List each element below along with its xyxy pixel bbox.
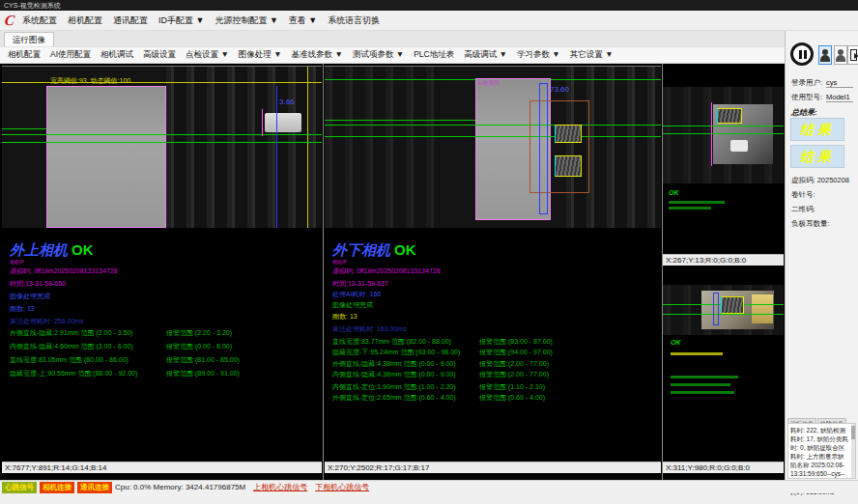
measure-annotation: 3.66: [279, 98, 295, 106]
menu-bar: C 系统配置 相机配置 通讯配置 ID手配置 ▼ 光源控制配置 ▼ 查看 ▼ 系…: [0, 11, 858, 31]
virtual-code: 虚拟码: 0ff1iim20250208133134728: [10, 266, 118, 276]
measurement-value: 直线宽度:83.05mm 范围:(80.00 - 86.00): [10, 355, 129, 365]
loop-count: 圈数: 13: [10, 304, 35, 314]
ai-region-label: AI检测区: [477, 79, 500, 88]
status-ok: OK: [669, 189, 679, 196]
model-label: 使用型号:: [791, 93, 822, 102]
exit-button[interactable]: [847, 45, 858, 65]
tool-learning-params[interactable]: 学习参数 ▼: [517, 49, 560, 61]
measurement-value: 内侧直线-隐藏:4.38mm 范围:(0.00 - 9.00): [332, 370, 456, 379]
left-camera-image[interactable]: 宽高阈值:93, 动态阈值:100 3.66: [2, 66, 322, 228]
menu-item-camera-config[interactable]: 相机配置: [68, 14, 102, 27]
pause-button[interactable]: [790, 42, 814, 66]
defect-yellow-box: [555, 125, 582, 143]
tool-advanced-debug[interactable]: 高级调试 ▼: [464, 49, 507, 61]
alarm-range: 报警范围:(0.00 - 8.00): [166, 342, 232, 351]
tool-plc-address[interactable]: PLC地址表: [414, 49, 454, 61]
alarm-range: 报警范围:(0.60 - 4.00): [479, 393, 545, 403]
menu-item-light-config[interactable]: 光源控制配置 ▼: [214, 14, 277, 27]
green-measure-line: [2, 142, 322, 143]
menu-item-system-config[interactable]: 系统配置: [22, 14, 57, 27]
operator-button[interactable]: [834, 45, 847, 65]
green-measure-line: [663, 314, 784, 315]
right-sidebar: 登录用户: cys 使用型号: Model1 总结果: 结果 结果 虚拟码: 2…: [785, 31, 858, 480]
tool-spot-check[interactable]: 点检设置 ▼: [186, 49, 229, 61]
tab-run-image[interactable]: 运行图像: [4, 32, 54, 47]
ai-time: 处理AI耗时: 166: [332, 290, 381, 299]
tool-image-processing[interactable]: 图像处理 ▼: [239, 49, 282, 61]
login-user-label: 登录用户:: [791, 78, 822, 88]
green-measure-line: [663, 126, 784, 126]
tiny-text-row: [671, 391, 734, 394]
bright-feature: [752, 294, 773, 323]
result-indicator-2: 结果: [790, 145, 844, 168]
alarm-range: 报警范围:(94.00 - 97.00): [479, 348, 553, 357]
tool-test-params[interactable]: 测试项参数 ▼: [353, 49, 404, 61]
tool-camera-debug[interactable]: 相机调试: [100, 49, 133, 61]
timestamp: 时间:13-31-59-627: [332, 279, 388, 289]
menu-item-language[interactable]: 系统语言切换: [328, 14, 380, 27]
virtual-code: 虚拟码: 0ff1iim20250208133134728: [332, 266, 441, 276]
menu-item-view[interactable]: 查看 ▼: [289, 14, 317, 27]
measurement-value: 隐藏宽度-上:90.56mm 范围:(88.00 - 92.00): [10, 369, 137, 378]
login-user-value[interactable]: cys: [826, 78, 853, 88]
tool-other-settings[interactable]: 其它设置 ▼: [570, 49, 614, 61]
middle-camera-view: AI检测区 73.60 外下相机OK 相机IP 虚拟码: 0ff1iim2025…: [325, 66, 661, 473]
roi-blue-box: [539, 83, 548, 214]
app-window: CYS-视觉检测系统 C 系统配置 相机配置 通讯配置 ID手配置 ▼ 光源控制…: [0, 0, 858, 504]
pixel-coords-readout: X:267;Y:13;R:0;G:0;B:0: [663, 254, 784, 266]
user-button[interactable]: [818, 45, 832, 65]
green-measure-line: [663, 133, 784, 134]
magenta-marker-line: [711, 102, 712, 166]
menu-item-comm-config[interactable]: 通讯配置: [113, 14, 148, 27]
defect-yellow-box: [555, 155, 582, 177]
tool-baseline-params[interactable]: 基准线参数 ▼: [292, 49, 343, 61]
scrollbar-thumb[interactable]: [851, 426, 855, 439]
qrcode-label: 二维码:: [791, 205, 815, 214]
bright-feature: [730, 140, 748, 152]
process-status: 图像处理完成: [10, 292, 50, 301]
algo-time: 算法处理耗时: 163.00ms: [332, 324, 407, 334]
camera-result-title: 外上相机OK: [10, 241, 94, 260]
pixel-coords-readout: X:311;Y:980;R:0;G:0;B:0: [663, 462, 784, 473]
camera-result-title: 外下相机OK: [332, 241, 416, 260]
small-camera-image-bottom[interactable]: [663, 285, 784, 335]
tiny-text-row: [671, 383, 730, 386]
sidebar-vcode: 虚拟码: 20250208: [791, 176, 849, 185]
window-titlebar: CYS-视觉检测系统: [0, 0, 858, 11]
tool-ai-config[interactable]: AI使用配置: [50, 49, 91, 61]
camera-sub-label: 相机IP: [332, 259, 347, 265]
middle-camera-image[interactable]: AI检测区 73.60: [325, 66, 661, 228]
green-measure-line: [2, 134, 322, 135]
stats-scrollbar[interactable]: [851, 424, 855, 478]
left-camera-view: 宽高阈值:93, 动态阈值:100 3.66 外上相机OK 相机IP 虚拟码: …: [2, 66, 322, 473]
tool-advanced-settings[interactable]: 高级设置: [143, 49, 176, 61]
tiny-text-row: [669, 207, 711, 210]
total-result-label: 总结果:: [791, 107, 817, 118]
measurement-value: 外侧直线-隐藏:4.38mm 范围:(0.00 - 9.00): [332, 359, 456, 369]
measurement-value: 外侧直线-定位:2.65mm 范围:(0.60 - 4.00): [332, 393, 456, 403]
blue-measure-line: [276, 86, 277, 228]
operator-icon: [836, 55, 845, 62]
measure-annotation: 73.60: [550, 85, 569, 94]
alarm-range: 报警范围:(89.00 - 91.00): [166, 369, 240, 378]
process-status: 图像处理完成: [332, 300, 373, 310]
status-ok: OK: [72, 241, 94, 258]
defect-yellow-box: [721, 296, 744, 314]
pixel-coords-readout: X:270;Y:2502;R:17;G:17;B:17: [325, 462, 661, 473]
menu-item-id-config[interactable]: ID手配置 ▼: [158, 14, 204, 27]
user-icon: [820, 55, 830, 62]
loop-count: 圈数: 13: [332, 312, 358, 322]
defect-yellow-box: [717, 108, 742, 124]
timestamp: 时间:13-31-59-650: [10, 279, 66, 289]
machine-background: [166, 67, 322, 228]
pause-icon: [804, 50, 807, 59]
tool-camera-config[interactable]: 相机配置: [8, 49, 41, 61]
camera-link-badge: 相机连接: [40, 482, 74, 493]
logout-arrow-icon: [854, 53, 858, 59]
lower-cam-heartbeat: 下相机心跳信号: [315, 482, 369, 492]
machine-background: [325, 67, 441, 228]
toolbar: 相机配置 AI使用配置 相机调试 高级设置 点检设置 ▼ 图像处理 ▼ 基准线参…: [0, 46, 785, 64]
model-value[interactable]: Model1: [826, 93, 853, 102]
small-camera-image-top[interactable]: [663, 87, 784, 183]
